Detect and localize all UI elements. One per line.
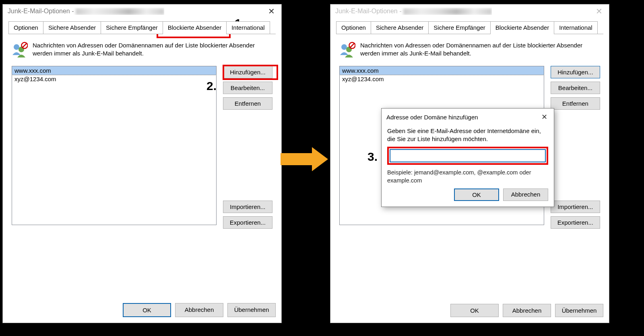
dialog-button-row: OK Abbrechen Übernehmen xyxy=(123,303,276,317)
redacted-region xyxy=(76,8,164,15)
tab-safe-senders[interactable]: Sichere Absender xyxy=(43,21,101,34)
list-button-column: Hinzufügen... Bearbeiten... Entfernen Im… xyxy=(551,66,600,229)
cancel-button[interactable]: Abbrechen xyxy=(175,303,223,317)
tab-options[interactable]: Optionen xyxy=(336,21,371,34)
description-text: Nachrichten von Adressen oder Domänennam… xyxy=(360,41,586,58)
list-item[interactable]: xyz@1234.com xyxy=(340,75,544,83)
import-button[interactable]: Importieren... xyxy=(551,201,600,213)
list-item[interactable]: www.xxx.com xyxy=(12,66,216,75)
tab-bar: Optionen Sichere Absender Sichere Empfän… xyxy=(330,21,609,34)
modal-title: Adresse oder Domäne hinzufügen xyxy=(386,114,478,121)
close-icon[interactable]: ✕ xyxy=(592,6,607,16)
apply-button[interactable]: Übernehmen xyxy=(555,304,603,317)
tab-content: Nachrichten von Adressen oder Domänennam… xyxy=(3,34,281,236)
add-address-dialog: Adresse oder Domäne hinzufügen ✕ Geben S… xyxy=(381,108,554,207)
ok-button[interactable]: OK xyxy=(450,304,499,317)
tab-options[interactable]: Optionen xyxy=(8,21,43,34)
description-text: Nachrichten von Adressen oder Domänennam… xyxy=(33,41,258,58)
modal-button-row: OK Abbrechen xyxy=(387,188,548,201)
apply-button[interactable]: Übernehmen xyxy=(227,303,276,317)
add-button[interactable]: Hinzufügen... xyxy=(551,66,600,78)
dialog-junk-options-left: Junk-E-Mail-Optionen - ✕ Optionen Sicher… xyxy=(2,4,282,323)
add-button[interactable]: Hinzufügen... xyxy=(223,66,272,78)
svg-point-4 xyxy=(341,44,347,50)
cancel-button[interactable]: Abbrechen xyxy=(503,304,551,317)
window-title-prefix: Junk-E-Mail-Optionen - xyxy=(8,8,76,14)
import-button[interactable]: Importieren... xyxy=(223,201,272,213)
callout-3: 3. xyxy=(367,150,378,164)
blocked-sender-icon xyxy=(339,41,355,57)
tab-safe-senders[interactable]: Sichere Absender xyxy=(371,21,429,34)
redacted-region xyxy=(403,8,492,15)
window-title-prefix: Junk-E-Mail-Optionen - xyxy=(335,8,403,14)
edit-button[interactable]: Bearbeiten... xyxy=(223,82,272,94)
description-row: Nachrichten von Adressen oder Domänennam… xyxy=(12,41,272,58)
close-icon[interactable]: ✕ xyxy=(539,112,550,122)
titlebar: Junk-E-Mail-Optionen - ✕ xyxy=(3,4,281,18)
export-button[interactable]: Exportieren... xyxy=(551,216,600,229)
close-icon[interactable]: ✕ xyxy=(264,6,279,16)
list-button-column: Hinzufügen... Bearbeiten... Entfernen Im… xyxy=(223,66,272,229)
callout-2: 2. xyxy=(206,79,217,93)
remove-button[interactable]: Entfernen xyxy=(223,97,272,110)
tab-international[interactable]: International xyxy=(554,21,598,34)
tab-safe-recipients[interactable]: Sichere Empfänger xyxy=(428,21,490,34)
cancel-button[interactable]: Abbrechen xyxy=(503,188,548,201)
blocked-sender-icon xyxy=(12,41,28,57)
remove-button[interactable]: Entfernen xyxy=(551,97,600,110)
titlebar: Junk-E-Mail-Optionen - ✕ xyxy=(330,4,609,18)
modal-examples: Beispiele: jemand@example.com, @example.… xyxy=(387,169,548,184)
step-arrow-icon xyxy=(281,147,328,171)
export-button[interactable]: Exportieren... xyxy=(223,216,272,229)
modal-titlebar: Adresse oder Domäne hinzufügen ✕ xyxy=(382,109,554,124)
tab-international[interactable]: International xyxy=(226,21,270,34)
dialog-junk-options-right: Junk-E-Mail-Optionen - ✕ Optionen Sicher… xyxy=(330,4,609,323)
list-item[interactable]: www.xxx.com xyxy=(340,66,544,75)
ok-button[interactable]: OK xyxy=(454,188,499,201)
svg-point-0 xyxy=(14,44,19,50)
list-item[interactable]: xyz@1234.com xyxy=(12,75,216,83)
dialog-button-row: OK Abbrechen Übernehmen xyxy=(450,304,603,317)
description-row: Nachrichten von Adressen oder Domänennam… xyxy=(339,41,600,58)
address-input[interactable] xyxy=(390,149,546,162)
tab-bar: Optionen Sichere Absender Sichere Empfän… xyxy=(3,21,281,34)
edit-button[interactable]: Bearbeiten... xyxy=(551,82,600,94)
highlight-input xyxy=(387,147,548,165)
window-title: Junk-E-Mail-Optionen - xyxy=(8,8,164,15)
ok-button[interactable]: OK xyxy=(123,303,171,317)
window-title: Junk-E-Mail-Optionen - xyxy=(335,8,492,15)
tab-blocked-senders[interactable]: Blockierte Absender xyxy=(490,21,554,34)
tab-blocked-senders[interactable]: Blockierte Absender xyxy=(163,21,227,34)
tab-safe-recipients[interactable]: Sichere Empfänger xyxy=(101,21,163,34)
blocked-sender-list[interactable]: www.xxx.com xyz@1234.com xyxy=(12,66,217,225)
modal-instruction: Geben Sie eine E-Mail-Adresse oder Inter… xyxy=(387,127,548,143)
